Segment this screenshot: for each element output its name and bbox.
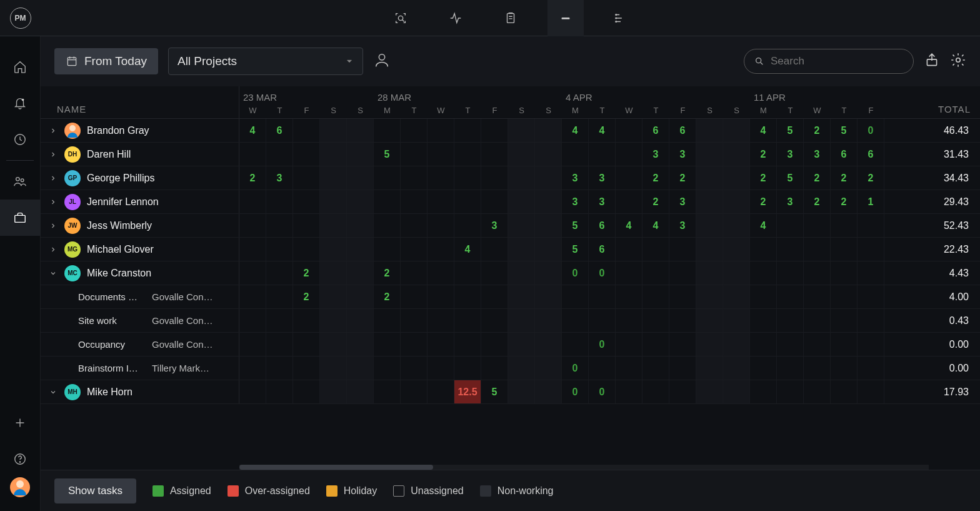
workload-cell[interactable] [239, 380, 266, 403]
workload-cell[interactable] [589, 285, 616, 308]
workload-cell[interactable] [535, 143, 562, 166]
workload-cell[interactable] [723, 309, 750, 332]
workload-cell[interactable] [481, 166, 508, 190]
workload-cell[interactable] [239, 238, 266, 261]
show-tasks-button[interactable]: Show tasks [54, 478, 136, 503]
workload-cell[interactable] [831, 380, 858, 403]
workload-cell[interactable] [374, 309, 401, 332]
workload-cell[interactable] [723, 119, 750, 142]
workload-cell[interactable] [616, 238, 642, 261]
workload-cell[interactable] [777, 357, 804, 380]
workload-cell[interactable] [723, 380, 750, 403]
workload-cell[interactable] [347, 238, 374, 261]
workload-cell[interactable] [428, 357, 454, 380]
workload-cell[interactable]: 3 [804, 143, 831, 166]
user-filter-icon[interactable] [373, 51, 391, 71]
workload-cell[interactable] [401, 166, 428, 190]
workload-cell[interactable] [508, 238, 535, 261]
workload-cell[interactable] [616, 309, 642, 332]
workload-cell[interactable] [508, 285, 535, 308]
workload-cell[interactable] [481, 190, 508, 213]
workload-cell[interactable] [401, 380, 428, 403]
workload-cell[interactable] [508, 119, 535, 142]
workload-cell[interactable] [401, 214, 428, 237]
workload-cell[interactable] [401, 143, 428, 166]
workload-cell[interactable] [454, 333, 481, 356]
scrollbar-thumb[interactable] [239, 465, 433, 470]
workload-cell[interactable] [374, 380, 401, 403]
search-input[interactable] [771, 55, 903, 68]
workload-cell[interactable] [454, 214, 481, 237]
workload-cell[interactable] [293, 333, 320, 356]
workload-cell[interactable]: 6 [831, 143, 858, 166]
workload-cell[interactable] [508, 143, 535, 166]
workload-cell[interactable] [616, 333, 642, 356]
workload-cell[interactable] [401, 119, 428, 142]
workload-cell[interactable]: 0 [589, 333, 616, 356]
workload-cell[interactable] [804, 261, 831, 285]
workload-cell[interactable] [535, 190, 562, 213]
project-selector[interactable]: All Projects [168, 48, 363, 75]
workload-cell[interactable] [347, 357, 374, 380]
workload-cell[interactable] [293, 238, 320, 261]
workload-cell[interactable]: 2 [750, 143, 777, 166]
workload-cell[interactable] [750, 238, 777, 261]
workload-cell[interactable] [669, 309, 696, 332]
workload-cell[interactable] [374, 119, 401, 142]
workload-cell[interactable] [293, 190, 320, 213]
workload-cell[interactable] [401, 238, 428, 261]
workload-cell[interactable] [696, 143, 723, 166]
workload-cell[interactable] [777, 261, 804, 285]
workload-cell[interactable] [804, 238, 831, 261]
workload-cell[interactable] [454, 285, 481, 308]
workload-cell[interactable] [696, 238, 723, 261]
workload-cell[interactable]: 2 [831, 190, 858, 213]
workload-cell[interactable] [374, 166, 401, 190]
workload-cell[interactable] [723, 166, 750, 190]
workload-cell[interactable] [696, 261, 723, 285]
workload-cell[interactable]: 4 [750, 214, 777, 237]
workload-cell[interactable]: 0 [858, 119, 884, 142]
workload-cell[interactable]: 5 [481, 380, 508, 403]
workload-cell[interactable] [858, 214, 884, 237]
workload-cell[interactable] [508, 190, 535, 213]
workload-cell[interactable] [696, 333, 723, 356]
workload-cell[interactable]: 2 [750, 190, 777, 213]
people-icon[interactable] [0, 163, 41, 200]
workload-cell[interactable] [616, 261, 642, 285]
workload-cell[interactable] [428, 333, 454, 356]
workload-cell[interactable]: 6 [589, 214, 616, 237]
workload-cell[interactable] [266, 261, 293, 285]
workload-cell[interactable] [266, 380, 293, 403]
chevron-right-icon[interactable] [48, 197, 58, 207]
help-icon[interactable] [0, 441, 41, 477]
workload-cell[interactable] [347, 166, 374, 190]
workload-cell[interactable] [616, 166, 642, 190]
workload-cell[interactable] [858, 380, 884, 403]
workload-cell[interactable] [858, 261, 884, 285]
gantt-icon[interactable] [602, 0, 639, 36]
workload-cell[interactable] [696, 309, 723, 332]
workload-cell[interactable] [616, 380, 642, 403]
workload-cell[interactable]: 4 [454, 238, 481, 261]
workload-cell[interactable] [454, 261, 481, 285]
workload-cell[interactable] [616, 190, 642, 213]
workload-cell[interactable] [723, 238, 750, 261]
workload-cell[interactable] [374, 238, 401, 261]
workload-cell[interactable]: 5 [562, 238, 589, 261]
workload-cell[interactable] [535, 380, 562, 403]
workload-cell[interactable]: 6 [858, 143, 884, 166]
workload-cell[interactable] [454, 119, 481, 142]
workload-cell[interactable] [347, 309, 374, 332]
scan-icon[interactable] [382, 0, 419, 36]
workload-cell[interactable]: 6 [266, 119, 293, 142]
workload-cell[interactable] [508, 380, 535, 403]
workload-cell[interactable] [642, 261, 669, 285]
workload-cell[interactable] [858, 357, 884, 380]
workload-cell[interactable] [804, 380, 831, 403]
workload-cell[interactable] [266, 214, 293, 237]
workload-cell[interactable] [401, 190, 428, 213]
workload-cell[interactable] [804, 309, 831, 332]
task-name[interactable]: Brainstorm I… [78, 363, 147, 373]
workload-cell[interactable] [320, 285, 347, 308]
